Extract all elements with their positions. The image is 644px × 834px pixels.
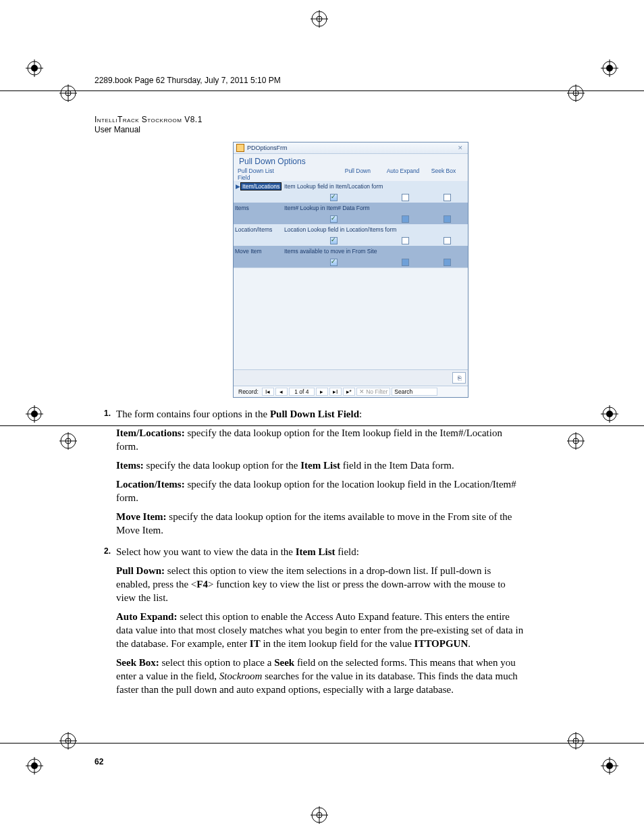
row-description: Item Lookup field in Item/Location form	[283, 181, 468, 192]
table-row[interactable]: ItemsItem# Lookup in Item# Data Form	[234, 203, 468, 213]
row-description: Items available to move in From Site	[283, 246, 468, 257]
page-header: IntelliTrack Stockroom V8.1 User Manual	[95, 115, 527, 135]
checkbox-icon[interactable]	[402, 194, 409, 201]
register-mark-icon	[311, 10, 328, 28]
col-pulldown-list-field: Pull Down List Field	[238, 167, 285, 181]
options-grid: ▶Item/LocationsItem Lookup field in Item…	[234, 181, 468, 267]
list-number-2: 2.	[95, 546, 116, 702]
nav-prev-button[interactable]: ◂	[275, 388, 288, 396]
row-description: Item# Lookup in Item# Data Form	[283, 203, 468, 213]
para-auto-expand: Auto Expand: select this option to enabl…	[116, 610, 527, 650]
table-row[interactable]: Location/ItemsLocation Lookup field in L…	[234, 224, 468, 235]
para-intro-2: Select how you want to view the data in …	[116, 545, 527, 558]
para-pull-down: Pull Down: select this option to view th…	[116, 564, 527, 604]
checkbox-icon[interactable]	[444, 237, 451, 244]
para-location-items: Location/Items: specify the data lookup …	[116, 477, 527, 504]
grid-empty-area	[234, 267, 468, 369]
exit-button[interactable]: ⎘	[452, 372, 466, 384]
checkbox-icon[interactable]	[444, 194, 451, 201]
checkbox-icon[interactable]	[444, 259, 451, 266]
record-label: Record:	[236, 388, 261, 395]
doc-subtitle: User Manual	[95, 125, 527, 135]
para-intro-1: The form contains four options in the Pu…	[116, 407, 527, 421]
window-titlebar: PDOptionsFrm ✕	[234, 142, 468, 154]
row-name: Items	[234, 203, 283, 213]
col-seek-box: Seek Box	[423, 167, 464, 181]
no-filter-indicator: ✕ No Filter	[356, 388, 391, 396]
register-mark-icon	[59, 732, 77, 750]
book-header-line: 2289.book Page 62 Thursday, July 7, 2011…	[95, 76, 281, 85]
register-mark-icon	[26, 757, 43, 775]
checkbox-icon[interactable]	[444, 215, 451, 223]
row-selector-icon: ▶	[235, 183, 240, 190]
row-description: Location Lookup field in Location/Items …	[283, 224, 468, 235]
table-row-checks	[234, 192, 468, 203]
row-name: Move Item	[234, 246, 283, 257]
list-number-1: 1.	[95, 409, 116, 542]
nav-new-button[interactable]: ▸*	[343, 388, 355, 396]
checkbox-icon[interactable]	[330, 194, 338, 201]
row-name: Location/Items	[234, 224, 283, 235]
checkbox-icon[interactable]	[330, 237, 338, 244]
search-box[interactable]: Search	[392, 388, 437, 396]
table-row[interactable]: ▶Item/LocationsItem Lookup field in Item…	[234, 181, 468, 192]
checkbox-icon[interactable]	[402, 237, 409, 244]
table-row-checks	[234, 235, 468, 246]
register-mark-icon	[567, 432, 585, 450]
column-headers: Pull Down List Field Pull Down Auto Expa…	[234, 167, 468, 181]
nav-last-button[interactable]: ▸I	[329, 388, 342, 396]
nav-first-button[interactable]: I◂	[262, 388, 274, 396]
table-row-checks	[234, 257, 468, 267]
product-title: IntelliTrack Stockroom V8.1	[95, 115, 527, 125]
para-seek-box: Seek Box: select this option to place a …	[116, 656, 527, 696]
checkbox-icon[interactable]	[330, 215, 338, 223]
register-mark-icon	[26, 405, 43, 423]
col-auto-expand: Auto Expand	[383, 167, 423, 181]
register-mark-icon	[601, 59, 618, 77]
register-mark-icon	[311, 806, 328, 824]
register-mark-icon	[567, 732, 585, 750]
window-title: PDOptionsFrm	[247, 145, 288, 151]
app-icon	[236, 144, 244, 152]
register-mark-icon	[601, 757, 618, 775]
checkbox-icon[interactable]	[330, 259, 338, 266]
para-items: Items: specify the data lookup option fo…	[116, 459, 527, 472]
close-icon[interactable]: ✕	[456, 145, 465, 151]
record-position: 1 of 4	[289, 388, 315, 396]
register-mark-icon	[59, 84, 77, 102]
register-mark-icon	[26, 59, 43, 77]
register-mark-icon	[601, 405, 618, 423]
checkbox-icon[interactable]	[402, 215, 409, 223]
page-number: 62	[95, 757, 103, 766]
para-move-item: Move Item: specify the data lookup optio…	[116, 510, 527, 537]
screenshot-pdoptionsfrm: PDOptionsFrm ✕ Pull Down Options Pull Do…	[233, 142, 468, 398]
register-mark-icon	[59, 432, 77, 450]
form-button-bar: ⎘	[234, 369, 468, 386]
register-mark-icon	[567, 84, 585, 102]
row-name: Item/Locations	[240, 182, 281, 190]
crop-line	[0, 743, 644, 744]
record-navigator: Record: I◂ ◂ 1 of 4 ▸ ▸I ▸* ✕ No Filter …	[234, 386, 468, 397]
form-heading: Pull Down Options	[234, 154, 468, 167]
table-row-checks	[234, 213, 468, 224]
para-item-locations: Item/Locations: specify the data lookup …	[116, 426, 527, 453]
col-pull-down: Pull Down	[285, 167, 383, 181]
checkbox-icon[interactable]	[402, 259, 409, 266]
crop-line	[0, 90, 644, 91]
table-row[interactable]: Move ItemItems available to move in From…	[234, 246, 468, 257]
nav-next-button[interactable]: ▸	[316, 388, 328, 396]
